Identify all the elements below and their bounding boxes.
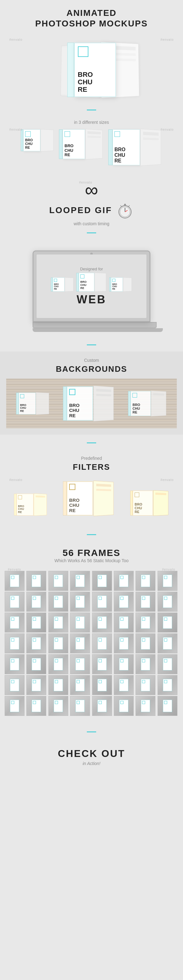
frame-thumb xyxy=(92,654,112,674)
label-large: BROCHURE xyxy=(114,147,126,163)
frame-thumb xyxy=(26,592,46,612)
spine-medium xyxy=(59,129,63,159)
frame-thumb xyxy=(158,696,177,716)
frame-thumb xyxy=(5,633,25,653)
cover-medium: BROCHURE xyxy=(63,129,85,159)
frame-thumb xyxy=(70,612,90,633)
frame-thumb xyxy=(158,675,177,695)
filter-brochure-label-2: BROCHURE xyxy=(69,498,79,513)
back-large xyxy=(140,129,161,166)
teal-divider-2 xyxy=(87,232,96,233)
watermark-hero-2: #envato xyxy=(160,38,174,41)
backgrounds-section: Custom BACKGROUNDS #envato #envato BROCH… xyxy=(0,352,183,434)
frame-thumb xyxy=(48,592,68,612)
frame-thumb xyxy=(48,633,68,653)
looped-gif-title-row: LOOPED GIF xyxy=(49,201,134,220)
bg-mockup-right: BROCHURE xyxy=(128,391,167,416)
checkout-subtitle: in Action! xyxy=(82,761,100,766)
frames-title: 56 FRAMES xyxy=(63,547,120,558)
frame-thumb xyxy=(26,675,46,695)
sizes-section: in 3 different sizes #envato #envato BRO… xyxy=(0,117,183,175)
frame-thumb xyxy=(136,571,155,591)
teal-divider-6 xyxy=(87,732,96,732)
divider-5 xyxy=(0,722,183,738)
svg-line-7 xyxy=(120,205,121,207)
laptop-mockup-1: BROCHURE xyxy=(51,277,74,291)
frame-thumb xyxy=(136,592,155,612)
sizes-subtitle: in 3 different sizes xyxy=(74,120,109,125)
filter-brochure-label-3: BROCHURE xyxy=(135,503,142,514)
frames-section: 56 FRAMES Which Works As 56 Static Mocku… xyxy=(0,541,183,722)
watermark-sizes-1: #envato xyxy=(9,128,23,131)
looped-gif-section: #envato ∞ LOOPED GIF with custom timing xyxy=(0,175,183,244)
filters-subtitle: Predefined xyxy=(81,456,102,461)
frame-thumb xyxy=(136,675,155,695)
frame-thumb xyxy=(26,696,46,716)
laptop-mockup-2: BROCHURE xyxy=(76,273,107,291)
watermark-hero-1: #envato xyxy=(9,38,23,41)
frame-thumb xyxy=(5,654,25,674)
filter-mockup-1: BROCHURE xyxy=(14,494,47,515)
frame-thumb xyxy=(114,675,134,695)
checkout-title: CHECK OUT xyxy=(58,748,125,759)
hero-brochure: BROCHURE xyxy=(67,41,116,97)
frame-thumb xyxy=(26,612,46,633)
frames-grid xyxy=(5,571,178,716)
frame-thumb xyxy=(48,654,68,674)
laptop-mockup-3: BROCHURE xyxy=(109,277,132,291)
frame-thumb xyxy=(92,696,112,716)
frame-thumb xyxy=(26,571,46,591)
hero-section: #envato #envato BROCHURE xyxy=(0,32,183,100)
looped-gif-label: LOOPED GIF xyxy=(49,205,112,215)
laptop-mockups: BROCHURE BROCHURE xyxy=(51,273,132,291)
spine-small xyxy=(21,129,23,151)
bg-brochure-label-center: BROCHURE xyxy=(69,403,79,418)
frame-thumb xyxy=(114,696,134,716)
svg-line-6 xyxy=(128,205,129,207)
frame-thumb xyxy=(158,592,177,612)
frame-thumb xyxy=(48,696,68,716)
label-small: BROCHURE xyxy=(25,138,33,150)
svg-rect-5 xyxy=(125,204,126,205)
filter-mockup-3: BROCHURE xyxy=(130,491,169,515)
filter-brochure-label-1: BROCHURE xyxy=(18,505,24,514)
header-section: ANIMATED PHOTOSHOP MOCKUPS xyxy=(0,0,183,32)
frame-thumb xyxy=(5,675,25,695)
cover-large: BROCHURE xyxy=(113,129,140,165)
frame-thumb xyxy=(114,633,134,653)
sizes-mockups-row: #envato #envato BROCHURE BROCHURE xyxy=(6,126,177,168)
frame-thumb xyxy=(92,633,112,653)
filters-title: FILTERS xyxy=(73,462,110,472)
label-medium: BROCHURE xyxy=(65,144,74,157)
frame-thumb xyxy=(70,633,90,653)
laptop-bottom xyxy=(33,328,163,332)
watermark-filters-1: #envato xyxy=(9,478,23,482)
laptop-screen-outer: Designed for BROCHURE xyxy=(33,250,150,322)
frame-thumb xyxy=(92,612,112,633)
frame-thumb xyxy=(158,633,177,653)
divider-4 xyxy=(0,527,183,541)
frame-thumb xyxy=(92,592,112,612)
frame-thumb xyxy=(158,571,177,591)
back-small xyxy=(41,129,54,151)
backgrounds-subtitle: Custom xyxy=(84,358,99,363)
main-title: ANIMATED PHOTOSHOP MOCKUPS xyxy=(6,8,177,29)
divider-1 xyxy=(0,100,183,117)
frame-thumb xyxy=(158,612,177,633)
bg-brochure-label-right: BROCHURE xyxy=(133,403,140,414)
frame-thumb xyxy=(114,612,134,633)
mockup-small: BROCHURE xyxy=(21,129,54,165)
brochure-front-cover: BROCHURE xyxy=(74,43,116,97)
filters-section: Predefined FILTERS #envato #envato BROCH… xyxy=(0,450,183,527)
brochure-label-large: BROCHURE xyxy=(78,71,93,94)
frame-thumb xyxy=(70,592,90,612)
frame-thumb xyxy=(70,654,90,674)
mockup-medium: BROCHURE xyxy=(59,129,104,165)
frame-thumb xyxy=(158,654,177,674)
frame-thumb xyxy=(114,592,134,612)
bg-mockup-center: BROCHURE xyxy=(63,387,115,421)
frame-thumb xyxy=(70,571,90,591)
frame-thumb xyxy=(136,612,155,633)
frame-thumb xyxy=(92,571,112,591)
teal-divider-1 xyxy=(87,110,96,110)
